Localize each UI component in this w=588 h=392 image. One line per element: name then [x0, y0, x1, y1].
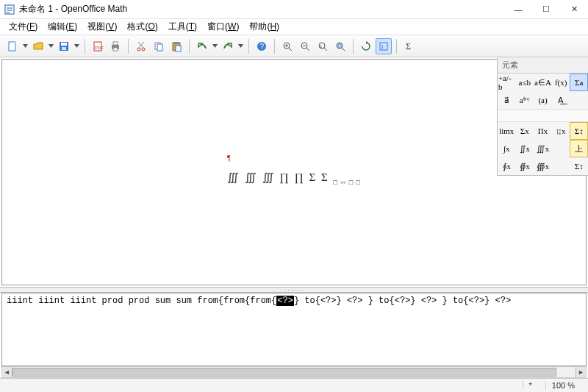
app-icon [4, 4, 15, 15]
svg-rect-14 [157, 44, 162, 51]
pane-splitter[interactable]: ······ [0, 287, 588, 293]
zoom-fit-button[interactable] [332, 38, 348, 54]
redo-button[interactable] [220, 38, 236, 54]
workspace: ¶ ∭ ∭ ∭ ∏ ∏ Σ Σ □ ▫▫ □ □ 元素 +a/-b a≤b a∈… [0, 57, 588, 287]
menu-window[interactable]: 窗口(W) [203, 19, 243, 35]
copy-button[interactable] [151, 38, 167, 54]
titlebar: 未命名 1 - OpenOffice Math — ☐ ✕ [0, 0, 588, 19]
svg-point-11 [137, 48, 140, 51]
menu-file[interactable]: 文件(F) [4, 19, 42, 35]
op-iint[interactable]: ∬x [516, 140, 534, 157]
cursor-mark-icon: ¶ [227, 154, 232, 162]
zoom-in-button[interactable] [279, 38, 295, 54]
undo-dropdown[interactable] [212, 43, 218, 49]
svg-rect-16 [174, 42, 179, 44]
elements-divider [498, 109, 588, 122]
svg-point-12 [142, 48, 145, 51]
formula-symbols: ∭ ∭ ∭ ∏ ∏ Σ Σ [227, 171, 329, 183]
scroll-right-icon[interactable]: ► [576, 367, 586, 377]
svg-rect-25 [338, 44, 341, 47]
toolbar: PDF ? 1 I Σ [0, 35, 588, 57]
svg-rect-2 [13, 42, 15, 44]
svg-rect-9 [113, 42, 118, 45]
window-controls: — ☐ ✕ [504, 0, 588, 19]
new-button[interactable] [4, 38, 21, 54]
cat-others[interactable]: aᵇᶜ [516, 91, 534, 109]
op-oint[interactable]: ∮x [498, 157, 516, 175]
cat-empty [570, 91, 588, 109]
cat-relations[interactable]: a≤b [516, 74, 534, 91]
minimize-button[interactable]: — [504, 0, 532, 19]
elements-panel: 元素 +a/-b a≤b a∈A f(x) Σa a⃗ aᵇᶜ (a) A͟ l… [497, 57, 588, 176]
menu-help[interactable]: 帮助(H) [245, 19, 284, 35]
cut-button[interactable] [133, 38, 149, 54]
zoom-100-button[interactable]: 1 [315, 38, 331, 54]
command-editor[interactable]: iiint iiint iiint prod prod sum sum from… [1, 293, 587, 366]
elements-title: 元素 [498, 57, 588, 74]
menu-format[interactable]: 格式(O) [123, 19, 162, 35]
status-zoom: 100 % [545, 381, 581, 390]
cat-unary[interactable]: +a/-b [498, 74, 516, 91]
new-dropdown[interactable] [22, 43, 29, 49]
cat-set[interactable]: a∈A [534, 74, 552, 91]
undo-button[interactable] [194, 38, 210, 54]
scroll-left-icon[interactable]: ◄ [2, 367, 12, 377]
op-blank1 [552, 140, 570, 157]
export-pdf-button[interactable]: PDF [90, 38, 106, 54]
help-button[interactable]: ? [254, 38, 270, 54]
svg-text:Σ: Σ [406, 41, 411, 51]
op-oiiint[interactable]: ∰x [534, 157, 552, 175]
svg-rect-5 [62, 47, 66, 50]
menu-tools[interactable]: 工具(T) [164, 19, 201, 35]
save-button[interactable] [56, 38, 72, 54]
statusbar: * 100 % [0, 378, 588, 392]
redo-dropdown[interactable] [237, 43, 244, 49]
print-button[interactable] [107, 38, 123, 54]
cat-formats[interactable]: A͟ [552, 91, 570, 109]
op-prod[interactable]: Πx [534, 122, 552, 140]
menubar: 文件(F) 编辑(E) 视图(V) 格式(O) 工具(T) 窗口(W) 帮助(H… [0, 19, 588, 35]
op-sum-fromto[interactable]: Σ↕ [570, 122, 588, 140]
svg-rect-10 [113, 48, 118, 51]
rendered-formula: ¶ ∭ ∭ ∭ ∏ ∏ Σ Σ □ ▫▫ □ □ [227, 158, 361, 184]
svg-point-24 [337, 43, 343, 49]
open-dropdown[interactable] [48, 43, 54, 49]
refresh-button[interactable] [358, 38, 374, 54]
cat-functions[interactable]: f(x) [552, 74, 570, 91]
op-coprod[interactable]: ⨿x [552, 122, 570, 140]
paste-button[interactable] [168, 38, 184, 54]
svg-rect-17 [176, 46, 181, 51]
status-modified: * [523, 381, 538, 390]
code-selection: <?> [276, 296, 294, 306]
elements-categories: +a/-b a≤b a∈A f(x) Σa a⃗ aᵇᶜ (a) A͟ limx… [498, 74, 588, 175]
maximize-button[interactable]: ☐ [532, 0, 560, 19]
svg-text:PDF: PDF [95, 46, 104, 50]
save-dropdown[interactable] [74, 43, 80, 49]
open-button[interactable] [30, 38, 46, 54]
svg-text:1: 1 [320, 44, 323, 49]
svg-text:?: ? [260, 43, 265, 51]
op-tooltip: 上 [570, 140, 588, 157]
op-blank2 [552, 157, 570, 175]
op-int[interactable]: ∫x [498, 140, 516, 157]
op-oiint[interactable]: ∯x [516, 157, 534, 175]
horizontal-scrollbar[interactable]: ◄ ► [1, 366, 587, 378]
menu-view[interactable]: 视图(V) [83, 19, 121, 35]
code-post: } to{<?>} <?> } to{<?>} <?> } to{<?>} <?… [294, 296, 511, 306]
op-sum-fromto2[interactable]: Σ↕ [570, 157, 588, 175]
close-button[interactable]: ✕ [560, 0, 588, 19]
cat-brackets[interactable]: (a) [534, 91, 552, 109]
scroll-thumb[interactable] [12, 368, 556, 377]
op-lim[interactable]: limx [498, 122, 516, 140]
formula-placeholders: □ ▫▫ □ □ [333, 179, 360, 186]
op-iiint[interactable]: ∭x [534, 140, 552, 157]
menu-edit[interactable]: 编辑(E) [43, 19, 82, 35]
zoom-out-button[interactable] [297, 38, 313, 54]
op-sum[interactable]: Σx [516, 122, 534, 140]
formula-cursor-button[interactable]: I [376, 38, 392, 54]
window-title: 未命名 1 - OpenOffice Math [19, 3, 127, 15]
svg-rect-4 [61, 43, 67, 46]
elements-sigma-button[interactable]: Σ [401, 38, 417, 54]
cat-operators[interactable]: Σa [570, 74, 588, 91]
cat-attributes[interactable]: a⃗ [498, 91, 516, 109]
